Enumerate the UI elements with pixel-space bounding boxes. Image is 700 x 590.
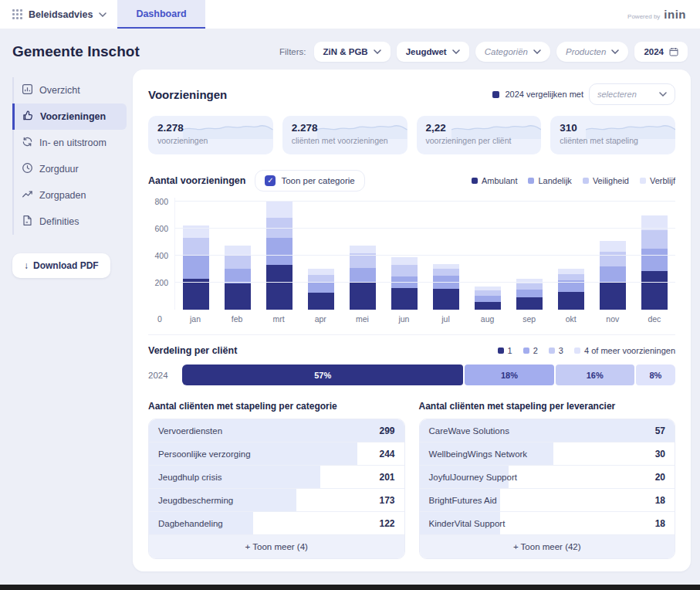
chart-controls: Aantal voorzieningen ✓ Toon per categori… [148,170,675,192]
chevron-down-icon [611,49,619,54]
download-icon: ↓ [24,260,29,271]
compare-select[interactable]: selecteren [589,83,675,105]
tab-dashboard[interactable]: Dashboard [117,0,205,29]
bar-stack-sep [516,279,543,310]
sidebar-item-label: Zorgpaden [39,190,86,201]
app-switcher[interactable]: Beleidsadvies [0,0,117,29]
filter-2024[interactable]: 2024 [634,42,688,62]
bar-sep [509,198,550,310]
bar-segment-ambulant [475,302,501,310]
row-value: 173 [379,495,404,506]
x-tick-dec: dec [634,314,675,324]
show-more-button[interactable]: + Toon meer (4) [149,535,404,558]
dist-legend-label: 4 of meer voorzieningen [584,346,675,355]
bar-segment-veiligheid [516,283,543,290]
filter-zin-pgb[interactable]: ZiN & PGB [314,42,391,62]
legend-item-landelijk: Landelijk [528,176,571,185]
sidebar-item-definities[interactable]: Definities [14,209,127,235]
kpi-card: 2.278voorzieningen [148,116,273,154]
bar-segment-ambulant [391,288,418,310]
bar-stack-dec [641,215,668,310]
bar-stack-aug [475,287,501,310]
row-name: WellbeingWings Network [420,449,528,459]
legend-swatch [498,348,504,354]
bar-segment-landelijk [225,269,251,283]
distribution-segment: 57% [182,365,463,385]
bar-segment-ambulant [225,283,251,310]
bar-segment-ambulant [433,289,459,310]
bar-segment-veiligheid [433,269,459,276]
legend-item-verblijf: Verblijf [640,176,675,185]
bar-segment-veiligheid [475,290,501,296]
table-title: Aantal cliënten met stapeling per catego… [148,401,405,412]
bar-segment-ambulant [516,297,543,310]
per-category-checkbox[interactable]: ✓ Toon per categorie [255,170,364,192]
bar-segment-ambulant [641,271,668,310]
in-out-flow-icon [22,136,33,150]
bar-segment-ambulant [183,279,209,310]
sidebar-item-voorzieningen[interactable]: Voorzieningen [12,103,127,130]
bar-segment-landelijk [183,256,209,279]
show-more-button[interactable]: + Toon meer (42) [420,535,675,558]
bar-jan [175,198,217,310]
table-row: CareWave Solutions57 [420,419,675,442]
x-tick-apr: apr [299,314,341,324]
kpi-card: 2.278cliënten met voorzieningen [282,116,407,154]
bar-mei [342,198,384,310]
legend-item-veiligheid: Veiligheid [583,176,629,185]
legend-swatch [528,178,534,184]
filter-jeugdwet[interactable]: Jeugdwet [397,42,469,62]
row-value: 201 [379,472,404,483]
row-name: Dagbehandeling [149,519,223,528]
powered-by-label: Powered by [627,13,660,20]
sidebar-item-overzicht[interactable]: Overzicht [14,77,127,103]
kpi-row: 2.278voorzieningen2.278cliënten met voor… [148,116,675,154]
table-box: CareWave Solutions57WellbeingWings Netwo… [419,419,676,559]
filter-label: ZiN & PGB [323,47,368,56]
bar-stack-nov [600,241,626,310]
bar-jun [384,198,425,310]
filter-label: Producten [566,47,606,56]
y-tick-400: 400 [154,251,168,260]
row-value: 30 [655,449,675,459]
bar-stack-okt [558,269,584,310]
filter-categori-n[interactable]: Categoriën [475,42,550,62]
distribution-segment: 16% [556,365,634,385]
bar-segment-veiligheid [558,274,584,280]
thumbs-up-icon [22,110,34,124]
x-tick-aug: aug [467,314,509,324]
bar-segment-landelijk [516,290,543,297]
trend-icon [22,188,33,202]
sidebar-item-label: Voorzieningen [40,111,106,122]
app-name: Beleidsadvies [29,9,93,20]
legend-item-ambulant: Ambulant [472,176,517,185]
table-row: Jeugdbescherming173 [149,489,404,512]
sidebar-item-in-en-uitstroom[interactable]: In- en uitstroom [14,130,127,156]
dist-legend-label: 1 [508,346,512,355]
legend-swatch [640,178,646,184]
filter-producten[interactable]: Producten [556,42,628,62]
bar-segment-veiligheid [391,265,418,277]
bar-feb [217,198,259,310]
legend-label: Veiligheid [593,176,629,185]
legend-label: Landelijk [538,176,571,185]
x-tick-mrt: mrt [258,314,299,324]
row-name: Vervoerdiensten [149,426,222,436]
row-value: 122 [379,518,404,529]
download-pdf-label: Download PDF [33,260,99,271]
stacking-table: Aantal cliënten met stapeling per levera… [419,401,676,559]
row-name: JoyfulJourney Support [420,473,517,482]
bar-segment-ambulant [350,283,376,310]
download-pdf-button[interactable]: ↓ Download PDF [12,253,110,278]
table-row: BrightFutures Aid18 [420,489,675,512]
bar-segment-landelijk [641,249,668,271]
filters-label: Filters: [279,47,306,56]
bar-segment-landelijk [266,238,293,265]
row-value: 244 [379,449,404,459]
sidebar-item-zorgduur[interactable]: Zorgduur [14,156,127,182]
bar-stack-jan [183,225,209,310]
powered-by: Powered by inin [614,8,700,21]
table-row: KinderVital Support18 [420,512,675,535]
bar-segment-verblijf [350,246,376,253]
sidebar-item-zorgpaden[interactable]: Zorgpaden [14,182,127,209]
